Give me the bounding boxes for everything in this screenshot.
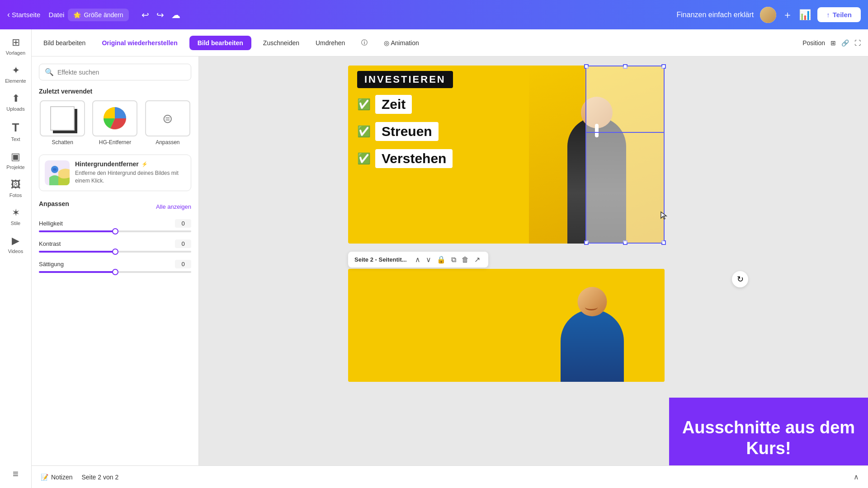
hg-badge: ⚡ bbox=[142, 161, 148, 167]
saettigung-thumb[interactable] bbox=[112, 269, 118, 275]
effect-hg-entferner[interactable]: HG-Entferner bbox=[91, 100, 138, 145]
bild-bearbeiten-active-button[interactable]: Bild bearbeiten bbox=[189, 36, 251, 50]
effect-anpassen[interactable]: ⊜ Anpassen bbox=[144, 100, 191, 145]
kontrast-thumb[interactable] bbox=[112, 249, 118, 255]
redo-button[interactable]: ↪ bbox=[155, 8, 166, 22]
sidebar-label-fotos: Fotos bbox=[9, 192, 22, 198]
animation-button[interactable]: ◎ Animation bbox=[379, 37, 423, 49]
page-duplicate-button[interactable]: ⧉ bbox=[449, 254, 458, 265]
collar bbox=[595, 124, 599, 137]
back-button[interactable]: ‹ Startseite bbox=[7, 10, 40, 19]
kontrast-value: 0 bbox=[175, 239, 191, 248]
zuschneiden-button[interactable]: Zuschneiden bbox=[259, 37, 304, 49]
effect-schatten[interactable]: Schatten bbox=[39, 100, 86, 145]
sidebar-item-videos[interactable]: ▶ Videos bbox=[2, 231, 30, 258]
saettigung-value: 0 bbox=[175, 260, 191, 268]
cloud-save-button[interactable]: ☁ bbox=[170, 8, 182, 22]
page-up-button[interactable]: ∧ bbox=[413, 254, 422, 265]
person-body bbox=[561, 90, 633, 244]
checklist: ✅ Zeit ✅ Streuen ✅ Verstehen bbox=[357, 95, 453, 176]
grid-icon-button[interactable]: ⊞ bbox=[830, 39, 836, 47]
page-down-button[interactable]: ∨ bbox=[424, 254, 433, 265]
hg-section-icon bbox=[45, 160, 70, 185]
refresh-button[interactable]: ↻ bbox=[732, 271, 748, 287]
saettigung-track[interactable] bbox=[39, 271, 191, 273]
page2-suit bbox=[561, 310, 624, 382]
helligkeit-label-row: Helligkeit 0 bbox=[39, 219, 191, 228]
position-button[interactable]: Position bbox=[802, 39, 825, 47]
search-box[interactable]: 🔍 bbox=[39, 64, 191, 80]
toolbar-sec-right: Position ⊞ 🔗 ⛶ bbox=[802, 39, 861, 47]
kontrast-track[interactable] bbox=[39, 251, 191, 253]
left-sidebar: ⊞ Vorlagen ✦ Elemente ⬆ Uploads T Text ▣… bbox=[0, 29, 32, 488]
schatten-label: Schatten bbox=[52, 139, 73, 145]
sidebar-item-lines[interactable]: ≡ bbox=[2, 465, 30, 483]
sidebar-item-stile[interactable]: ✶ Stile bbox=[2, 203, 30, 230]
share-icon: ↑ bbox=[826, 11, 830, 19]
uploads-icon: ⬆ bbox=[12, 93, 20, 104]
page2-person bbox=[529, 269, 656, 382]
saettigung-label: Sättigung bbox=[39, 261, 64, 267]
datei-label[interactable]: Datei bbox=[48, 11, 64, 19]
check-icon-streuen: ✅ bbox=[357, 125, 371, 138]
sidebar-item-uploads[interactable]: ⬆ Uploads bbox=[2, 89, 30, 115]
project-title: Finanzen einfach erklärt bbox=[677, 11, 754, 19]
adjust-title: Anpassen bbox=[39, 200, 69, 207]
analytics-icon[interactable]: 📊 bbox=[799, 9, 811, 21]
umdrehen-button[interactable]: Umdrehen bbox=[311, 37, 349, 49]
projekte-icon: ▣ bbox=[11, 151, 20, 163]
hintergrundentferner-section[interactable]: Hintergrundentferner ⚡ Entferne den Hint… bbox=[39, 155, 191, 191]
sidebar-item-fotos[interactable]: 🖼 Fotos bbox=[2, 175, 30, 202]
check-label-verstehen: Verstehen bbox=[375, 149, 453, 168]
toolbar-mid: ↩ ↪ ☁ bbox=[140, 8, 182, 22]
helligkeit-track[interactable] bbox=[39, 230, 191, 232]
sidebar-label-projekte: Projekte bbox=[6, 164, 24, 170]
page2-canvas[interactable] bbox=[348, 269, 665, 382]
crop-icon-button[interactable]: ⛶ bbox=[854, 39, 861, 47]
page2-smile bbox=[585, 304, 598, 310]
info-button[interactable]: ⓘ bbox=[357, 36, 372, 50]
size-change-button[interactable]: 🌟 Größe ändern bbox=[68, 9, 128, 21]
sidebar-label-elemente: Elemente bbox=[5, 78, 26, 84]
avatar bbox=[760, 7, 776, 23]
sidebar-item-text[interactable]: T Text bbox=[2, 117, 30, 145]
share-button[interactable]: ↑ Teilen bbox=[817, 7, 861, 22]
sidebar-item-elemente[interactable]: ✦ Elemente bbox=[2, 61, 30, 87]
helligkeit-thumb[interactable] bbox=[112, 228, 118, 235]
check-label-zeit: Zeit bbox=[375, 95, 412, 114]
page-counter: Seite 2 von 2 bbox=[81, 474, 118, 481]
search-input[interactable] bbox=[57, 69, 185, 76]
page1-canvas[interactable]: INVESTIEREN ✅ Zeit ✅ Streuen ✅ Verstehen bbox=[348, 66, 665, 244]
anpassen-label: Anpassen bbox=[156, 139, 179, 145]
vorlagen-icon: ⊞ bbox=[12, 37, 20, 48]
alle-anzeigen-button[interactable]: Alle anzeigen bbox=[156, 203, 191, 210]
sidebar-item-projekte[interactable]: ▣ Projekte bbox=[2, 147, 30, 174]
avatar-image bbox=[760, 7, 776, 23]
helligkeit-label: Helligkeit bbox=[39, 220, 63, 227]
bild-bearbeiten-label-btn[interactable]: Bild bearbeiten bbox=[39, 37, 90, 49]
add-collaborator-button[interactable]: ＋ bbox=[783, 8, 793, 22]
undo-button[interactable]: ↩ bbox=[140, 8, 151, 22]
anpassen-thumb: ⊜ bbox=[145, 100, 190, 136]
hg-section-title: Hintergrundentferner ⚡ bbox=[75, 160, 185, 168]
page-more-button[interactable]: ↗ bbox=[472, 254, 482, 265]
link-icon-button[interactable]: 🔗 bbox=[841, 39, 849, 47]
page-actions: ∧ ∨ 🔒 ⧉ 🗑 ↗ bbox=[413, 254, 482, 265]
check-item-streuen: ✅ Streuen bbox=[357, 122, 453, 141]
notizen-button[interactable]: 📝 Notizen bbox=[41, 474, 72, 481]
left-panel: 🔍 Zuletzt verwendet Schatten HG-Entferne… bbox=[32, 56, 199, 488]
sidebar-label-vorlagen: Vorlagen bbox=[6, 50, 25, 56]
sidebar-item-vorlagen[interactable]: ⊞ Vorlagen bbox=[2, 33, 30, 59]
saettigung-row: Sättigung 0 bbox=[39, 260, 191, 273]
kontrast-row: Kontrast 0 bbox=[39, 239, 191, 253]
page-lock-button[interactable]: 🔒 bbox=[435, 254, 448, 265]
check-icon-zeit: ✅ bbox=[357, 98, 371, 111]
page-delete-button[interactable]: 🗑 bbox=[460, 254, 471, 265]
original-wiederherstellen-button[interactable]: Original wiederherstellen bbox=[97, 37, 182, 49]
saettigung-fill bbox=[39, 271, 115, 273]
elemente-icon: ✦ bbox=[12, 65, 20, 76]
hg-thumb bbox=[92, 100, 137, 136]
chevron-up-icon[interactable]: ∧ bbox=[854, 473, 859, 481]
kontrast-label: Kontrast bbox=[39, 240, 61, 247]
helligkeit-row: Helligkeit 0 bbox=[39, 219, 191, 232]
